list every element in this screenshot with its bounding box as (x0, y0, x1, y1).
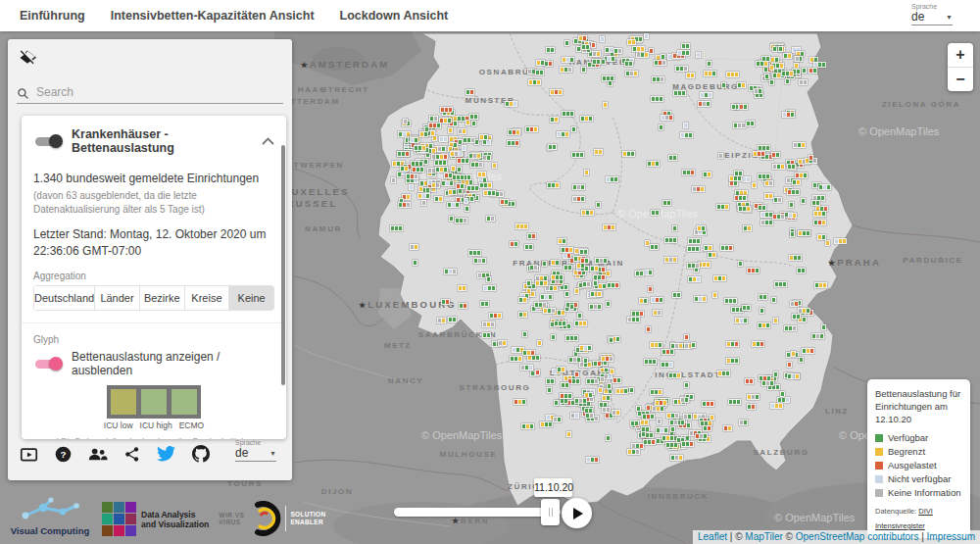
hospital-glyph[interactable] (666, 413, 679, 419)
timeline-slider-track[interactable] (394, 508, 561, 517)
hospital-glyph[interactable] (507, 140, 519, 146)
hospital-glyph[interactable] (680, 420, 685, 425)
hospital-glyph[interactable] (510, 241, 518, 247)
hospital-glyph[interactable] (562, 57, 574, 63)
hospital-glyph[interactable] (834, 238, 847, 244)
hospital-glyph[interactable] (505, 101, 517, 107)
hospital-glyph[interactable] (771, 297, 776, 303)
hospital-glyph[interactable] (581, 44, 590, 50)
hospital-glyph[interactable] (802, 68, 807, 74)
hospital-glyph[interactable] (563, 253, 571, 259)
hospital-glyph[interactable] (773, 318, 778, 323)
hospital-glyph[interactable] (477, 172, 486, 177)
hospital-glyph[interactable] (821, 324, 826, 330)
hospital-glyph[interactable] (544, 61, 553, 67)
hospital-glyph[interactable] (770, 403, 783, 409)
hospital-glyph[interactable] (557, 131, 569, 137)
hospital-glyph[interactable] (602, 407, 611, 413)
hospital-glyph[interactable] (683, 123, 688, 128)
hospital-glyph[interactable] (468, 250, 481, 256)
hospital-glyph[interactable] (758, 322, 770, 328)
hospital-glyph[interactable] (590, 266, 599, 272)
hospital-glyph[interactable] (535, 370, 540, 375)
hospital-glyph[interactable] (650, 244, 659, 250)
hospital-glyph[interactable] (397, 151, 410, 157)
hospital-glyph[interactable] (703, 425, 711, 431)
hospital-glyph[interactable] (661, 115, 673, 121)
hospital-glyph[interactable] (603, 224, 615, 230)
hospital-glyph[interactable] (527, 233, 536, 239)
hospital-glyph[interactable] (581, 67, 586, 73)
hospital-glyph[interactable] (607, 56, 615, 62)
hospital-glyph[interactable] (670, 426, 675, 432)
hospital-glyph[interactable] (441, 299, 450, 305)
hospital-glyph[interactable] (799, 79, 808, 85)
hospital-glyph[interactable] (583, 358, 588, 364)
hospital-glyph[interactable] (448, 317, 457, 322)
hospital-glyph[interactable] (651, 96, 663, 102)
hospital-glyph[interactable] (571, 126, 576, 132)
wirvsvirus-logo[interactable]: WIR VS VIRUS SOLUTION ENABLER (219, 501, 325, 536)
hospital-glyph[interactable] (398, 202, 411, 208)
hospital-glyph[interactable] (780, 391, 785, 397)
hospital-glyph[interactable] (535, 280, 548, 286)
hospital-glyph[interactable] (451, 166, 456, 172)
hospital-glyph[interactable] (591, 42, 596, 48)
hospital-glyph[interactable] (625, 71, 638, 76)
hospital-glyph[interactable] (551, 274, 564, 280)
hospital-glyph[interactable] (434, 160, 447, 166)
hospital-glyph[interactable] (790, 231, 795, 237)
hospital-glyph[interactable] (808, 68, 817, 74)
hospital-glyph[interactable] (547, 387, 552, 393)
hospital-glyph[interactable] (486, 276, 491, 282)
hospital-glyph[interactable] (546, 47, 555, 53)
hospital-glyph[interactable] (774, 281, 787, 287)
hospital-glyph[interactable] (537, 340, 542, 346)
hospital-glyph[interactable] (526, 280, 531, 286)
hospital-glyph[interactable] (566, 431, 571, 437)
hospital-glyph[interactable] (440, 107, 453, 113)
hospital-glyph[interactable] (790, 301, 799, 307)
hospital-glyph[interactable] (580, 116, 593, 122)
hospital-glyph[interactable] (632, 46, 645, 52)
hospital-glyph[interactable] (670, 455, 683, 461)
hospital-glyph[interactable] (656, 427, 668, 433)
hospital-glyph[interactable] (662, 435, 674, 441)
hospital-glyph[interactable] (646, 326, 651, 332)
share-icon[interactable] (124, 446, 140, 463)
hospital-glyph[interactable] (482, 321, 495, 327)
hospital-glyph[interactable] (569, 304, 574, 310)
zoom-out-button[interactable]: − (948, 68, 973, 91)
hospital-glyph[interactable] (747, 394, 760, 400)
hospital-glyph[interactable] (773, 197, 782, 203)
hospital-glyph[interactable] (582, 281, 591, 287)
hospital-glyph[interactable] (435, 154, 448, 160)
hospital-glyph[interactable] (564, 291, 569, 297)
hospital-glyph[interactable] (419, 131, 428, 137)
hospital-glyph[interactable] (754, 88, 762, 94)
hospital-glyph[interactable] (612, 410, 620, 416)
hospital-glyph[interactable] (594, 149, 603, 155)
hospital-glyph[interactable] (572, 196, 585, 202)
hospital-glyph[interactable] (574, 371, 579, 377)
hospital-glyph[interactable] (662, 200, 671, 206)
hospital-glyph[interactable] (579, 345, 592, 351)
hospital-glyph[interactable] (554, 400, 559, 406)
hospital-glyph[interactable] (726, 341, 739, 347)
hospital-glyph[interactable] (550, 89, 563, 95)
aggregation-option-0[interactable]: Deutschland (34, 286, 94, 310)
hospital-glyph[interactable] (734, 171, 743, 176)
hospital-glyph[interactable] (787, 362, 792, 368)
hospital-glyph[interactable] (724, 298, 737, 304)
hospital-glyph[interactable] (562, 111, 574, 117)
hospital-glyph[interactable] (547, 182, 560, 188)
hospital-glyph[interactable] (463, 137, 475, 143)
team-icon[interactable] (88, 447, 108, 462)
hospital-glyph[interactable] (471, 121, 476, 126)
hospital-glyph[interactable] (565, 335, 578, 341)
hospital-glyph[interactable] (444, 173, 453, 178)
hospital-glyph[interactable] (418, 186, 423, 192)
hospital-glyph[interactable] (787, 189, 800, 195)
hospital-glyph[interactable] (791, 351, 796, 357)
hospital-glyph[interactable] (627, 317, 640, 322)
